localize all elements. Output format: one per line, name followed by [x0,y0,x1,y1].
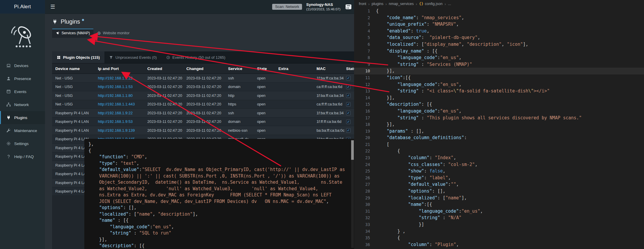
column-header-extra[interactable]: Extra [278,66,317,71]
cell-service: ssh [228,76,257,80]
line-number: 33 [354,221,376,228]
code-line: 22 { [354,148,644,154]
column-header-changed[interactable]: Changed [186,66,228,71]
column-header-device-name[interactable]: Device name [55,66,98,71]
table-row: Raspberry Pi 4 LANhttp://192.168.1.9:532… [52,118,370,126]
status-checkbox[interactable]: ✓ [346,76,351,80]
subtab-events-history-50-out-of-1265[interactable]: Events History (50 out of 1265) [162,51,230,63]
sidebar-item-help-faq[interactable]: Help / FAQ [0,150,45,163]
ip-port-link[interactable]: http://192.168.1.1:80 [98,93,147,98]
cell-changed: 2023-03-11 02:47:20 [186,93,228,98]
sidebar-item-presence[interactable]: Presence [0,72,45,85]
code-text: "name":[{ [376,201,432,208]
plugins-help-badge[interactable] [82,19,84,21]
code-line: 7 "display_name" : [{ [354,48,644,55]
column-header-service[interactable]: Service [228,66,257,71]
status-checkbox[interactable]: ✓ [346,93,351,98]
cell-changed: 2023-03-11 02:47:20 [186,102,228,106]
code-text: "string" : "N/A" [376,214,461,221]
breadcrumb-item-front[interactable]: front [359,2,366,6]
cell-state: open [257,128,278,133]
cell-service: ssh [228,111,257,115]
code-text: "string" : "Services (NMAP)" [376,61,472,68]
code-line: "type": "text", [88,160,350,167]
table-row: Net - USGhttp://192.168.1.1:532023-03-11… [52,83,370,92]
subtab-unprocessed-events-0[interactable]: Unprocessed Events (0) [104,51,161,63]
cell-mac: 1f:ba:ff:ca:ba:34 [317,93,346,98]
table-row: Net - USGhttp://192.168.1.1:802023-03-11… [52,91,370,100]
scan-status-badge[interactable]: Scan: Network [272,4,302,10]
code-editor[interactable]: front›plugins›nmap_services›{}config.jso… [354,0,644,249]
hamburger-icon[interactable]: ☰ [50,4,55,10]
ip-port-link[interactable]: http://192.168.1.9:139 [98,128,147,133]
page-header: Plugins [45,14,359,25]
code-line: 14 }], [354,95,644,101]
brand-logo[interactable]: Pi.Alert [0,0,45,14]
line-number: 5 [354,34,376,41]
cell-state: open [257,76,278,80]
chevron-right-icon: › [385,2,387,6]
status-checkbox[interactable]: ✓ [346,102,351,107]
line-number: 32 [354,214,376,221]
cell-created: 2023-03-11 02:47:20 [147,128,186,133]
column-header-created[interactable]: Created [147,66,186,71]
codebox-scrollbar-thumb[interactable] [351,140,354,160]
line-number: 8 [354,54,376,61]
cell-mac: ca:ff:ff:ca:ba:6d [317,84,346,89]
code-text: "language_code":"en_us", [376,208,483,215]
tab-label: Events History (50 out of 1265) [172,55,225,60]
sidebar-item-label: Settings [14,141,29,146]
code-line: Object_SecondaryID, datetime() as DateTi… [88,179,350,186]
sidebar-item-plugins[interactable]: Plugins [0,111,45,124]
tab-label: Website monitor [103,31,130,35]
plugin-config-code-panel[interactable]: },{ "function": "CMD", "type": "text", "… [84,139,354,249]
cell-device-name: Raspberry Pi 4 LAN [55,119,98,124]
breadcrumb-item-config-json[interactable]: {}config.json [419,2,443,6]
code-line: 34 } , [354,228,644,235]
line-number: 6 [354,41,376,48]
sidebar-item-label: Network [14,102,29,107]
line-number: 18 [354,121,376,128]
sidebar-item-events[interactable]: Events [0,85,45,98]
code-line: 32 "string" : "N/A" [354,214,644,221]
cell-mac: ba:ba:ff:ca:ba:0c [317,128,346,133]
tab-website-monitor[interactable]: Website monitor [93,29,133,38]
sidebar-item-maintenance[interactable]: Maintenance [0,124,45,137]
column-header-state[interactable]: State [257,66,278,71]
ip-port-link[interactable]: http://192.168.1.1:443 [98,102,147,106]
cell-state: open [257,111,278,115]
status-checkbox[interactable]: ✓ [346,85,351,89]
sidebar-item-settings[interactable]: Settings [0,137,45,150]
code-line: 8 "language_code":"en_us", [354,54,644,61]
code-line: 16 "language_code":"en_us", [354,108,644,115]
globe-icon [97,31,101,35]
code-line: { [88,148,350,154]
sidebar-item-devices[interactable]: Devices [0,59,45,72]
line-number: 30 [354,201,376,208]
editor-lines: 1{2 "code_name": "nmap_services",3 "uniq… [354,8,644,249]
cell-changed: 2023-03-11 02:47:20 [186,128,228,133]
line-number: 29 [354,195,376,201]
status-checkbox[interactable]: ✓ [346,128,351,133]
breadcrumb-item-plugins[interactable]: plugins [372,2,383,6]
sidebar-item-network[interactable]: Network [0,98,45,111]
ip-port-link[interactable]: http://192.168.1.9:22 [98,111,147,115]
code-line: 12 "language_code":"en_us", [354,81,644,88]
filter-icon [109,56,113,59]
breadcrumb-item-nmap-services[interactable]: nmap_services [389,2,414,6]
table-row: Net - USGhttp://192.168.1.1:4432023-03-1… [52,100,370,109]
column-header-ip-and-port[interactable]: Ip and Port [98,66,147,71]
ip-port-link[interactable]: http://192.168.1.1:53 [98,84,147,89]
subtab-plugin-objects-115[interactable]: Plugin Objects (115) [52,51,104,63]
status-checkbox[interactable]: ✓ [346,120,351,124]
status-checkbox[interactable]: ✓ [346,111,351,115]
ip-port-link[interactable]: http://192.168.1.1:22 [98,76,147,80]
code-text: "language_code":"en_us", [376,54,461,61]
codebox-scrollbar[interactable] [351,140,354,248]
ip-port-link[interactable]: http://192.168.1.9:53 [98,119,147,124]
breadcrumb-item-[interactable]: ... [448,2,451,6]
code-text: "display_name" : [{ [376,48,438,55]
column-header-mac[interactable]: MAC [317,66,346,71]
tab-services-nmap[interactable]: Services (NMAP) [52,29,93,38]
code-line: 24 "css_classes": "col-sm-2", [354,161,644,168]
